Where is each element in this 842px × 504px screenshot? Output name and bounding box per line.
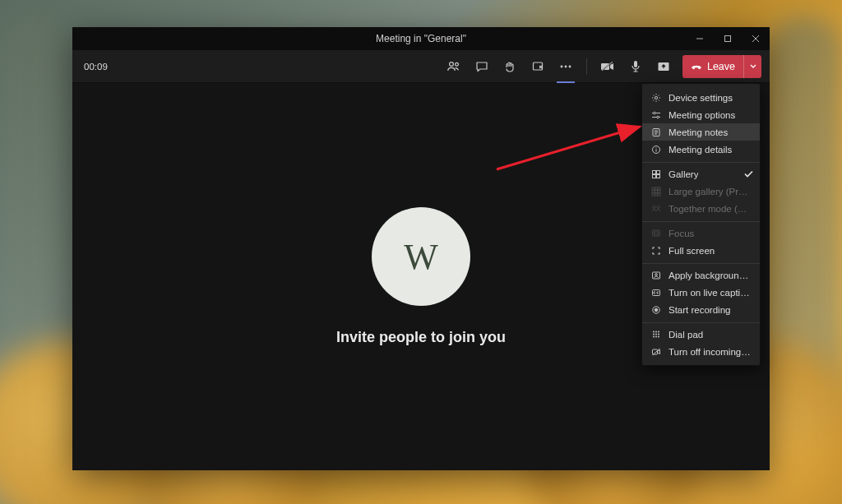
menu-item-together-mode: Together mode (Preview)	[642, 200, 760, 217]
menu-item-label: Meeting notes	[669, 127, 728, 137]
rooms-button[interactable]	[525, 54, 550, 79]
svg-rect-38	[658, 193, 660, 196]
close-button[interactable]	[742, 27, 770, 50]
meeting-timer: 00:09	[84, 62, 108, 72]
svg-point-4	[450, 62, 454, 66]
mic-icon	[630, 60, 641, 73]
svg-point-44	[655, 273, 658, 275]
participants-button[interactable]	[442, 54, 466, 79]
chevron-down-icon	[750, 64, 756, 69]
together-icon	[650, 204, 662, 214]
svg-rect-1	[725, 36, 731, 42]
menu-item-label: Turn on live captions	[669, 288, 752, 298]
titlebar: Meeting in "General"	[72, 27, 770, 50]
leave-button[interactable]: Leave	[682, 55, 761, 78]
gear-icon	[650, 93, 662, 103]
toolbar-separator	[586, 58, 587, 75]
menu-item-label: Turn off incoming video	[669, 347, 752, 357]
menu-item-meeting-notes[interactable]: Meeting notes	[642, 123, 760, 141]
svg-point-25	[655, 147, 656, 148]
menu-item-label: Together mode (Preview)	[669, 204, 752, 214]
menu-item-dial-pad[interactable]: Dial pad	[642, 326, 760, 343]
info-icon	[650, 145, 662, 155]
record-icon	[650, 305, 662, 315]
avatar-initial: W	[404, 236, 438, 278]
svg-point-49	[655, 331, 657, 332]
camera-button[interactable]	[595, 54, 620, 79]
meeting-toolbar: 00:09	[72, 50, 770, 83]
svg-point-50	[658, 331, 659, 332]
focus-icon	[650, 229, 662, 238]
menu-item-label: Apply background effects	[669, 270, 752, 280]
menu-item-label: Focus	[669, 229, 694, 238]
menu-item-label: Dial pad	[669, 330, 703, 340]
svg-rect-30	[652, 187, 655, 190]
check-icon	[744, 169, 753, 179]
menu-item-label: Large gallery (Preview)	[669, 187, 752, 197]
menu-item-meeting-details[interactable]: Meeting details	[642, 141, 760, 158]
chat-button[interactable]	[470, 54, 494, 79]
more-actions-button[interactable]	[553, 54, 578, 79]
menu-item-label: Full screen	[669, 246, 715, 256]
raise-hand-button[interactable]	[497, 54, 522, 79]
more-icon	[559, 65, 572, 68]
maximize-button[interactable]	[714, 27, 742, 50]
menu-item-focus: Focus	[642, 224, 760, 242]
menu-item-meeting-options[interactable]: Meeting options	[642, 106, 760, 123]
svg-point-56	[658, 335, 659, 337]
menu-item-recording[interactable]: Start recording	[642, 301, 760, 318]
hand-icon	[503, 60, 516, 73]
large-grid-icon	[650, 187, 662, 197]
menu-item-label: Meeting options	[669, 110, 735, 120]
svg-rect-27	[657, 170, 660, 173]
menu-item-bg-effects[interactable]: Apply background effects	[642, 266, 760, 284]
chat-icon	[475, 60, 488, 73]
svg-rect-33	[652, 190, 655, 192]
menu-item-gallery[interactable]: Gallery	[642, 165, 760, 183]
svg-rect-29	[657, 174, 660, 178]
svg-point-7	[561, 65, 563, 67]
share-button[interactable]	[651, 54, 676, 79]
hangup-icon	[691, 62, 702, 71]
svg-rect-35	[658, 190, 660, 192]
more-actions-menu: Device settingsMeeting optionsMeeting no…	[641, 83, 761, 366]
microphone-button[interactable]	[623, 54, 648, 79]
svg-point-5	[456, 62, 459, 66]
svg-rect-42	[655, 232, 659, 234]
video-off-icon	[650, 347, 662, 357]
close-icon	[752, 35, 760, 43]
svg-point-48	[653, 331, 655, 332]
menu-item-live-captions[interactable]: Turn on live captions	[642, 284, 760, 301]
svg-point-53	[658, 333, 659, 335]
menu-item-incoming-off[interactable]: Turn off incoming video	[642, 343, 760, 360]
svg-point-39	[653, 206, 655, 208]
rooms-icon	[531, 60, 544, 73]
notes-icon	[650, 127, 662, 137]
menu-item-device-settings[interactable]: Device settings	[642, 89, 760, 106]
minimize-button[interactable]	[686, 27, 714, 50]
leave-dropdown[interactable]	[743, 55, 761, 78]
svg-rect-37	[655, 193, 658, 196]
grid-icon	[650, 169, 662, 179]
share-icon	[657, 61, 670, 72]
menu-item-large-gallery: Large gallery (Preview)	[642, 183, 760, 200]
fullscreen-icon	[650, 246, 662, 256]
invite-text: Invite people to join you	[336, 329, 506, 346]
svg-rect-28	[653, 174, 656, 178]
svg-point-8	[565, 65, 567, 67]
minimize-icon	[696, 35, 704, 43]
svg-point-17	[654, 112, 656, 114]
dialpad-icon	[650, 330, 662, 340]
svg-rect-26	[653, 170, 656, 173]
svg-point-14	[655, 96, 657, 99]
svg-rect-31	[655, 187, 658, 190]
menu-item-label: Device settings	[669, 93, 733, 103]
svg-point-52	[655, 333, 657, 335]
camera-off-icon	[600, 61, 615, 72]
meeting-window: Meeting in "General" 00:09	[72, 27, 770, 470]
svg-rect-41	[653, 230, 660, 236]
menu-item-label: Meeting details	[669, 145, 732, 155]
maximize-icon	[724, 35, 732, 43]
leave-label: Leave	[707, 61, 735, 72]
menu-item-full-screen[interactable]: Full screen	[642, 242, 760, 259]
